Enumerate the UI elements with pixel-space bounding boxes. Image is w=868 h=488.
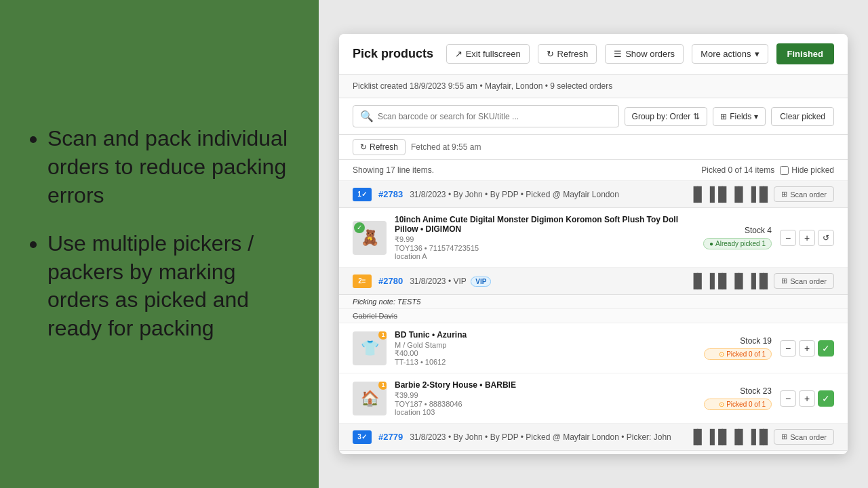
dot-icon: ● [709, 240, 713, 247]
barcode-icon-2: ▐▌▐▐▌▐▌▐▐▌ [688, 273, 771, 289]
product-img-2-2: 🏠 1 [353, 382, 387, 415]
qty-minus-1[interactable]: − [780, 230, 796, 246]
orders-list: 1✓ #2783 31/8/2023 • By John • By PDP • … [339, 181, 848, 454]
order-badge-2: 2≡ [353, 274, 372, 288]
hide-picked-toggle[interactable] [780, 166, 789, 175]
refresh-icon: ↻ [547, 49, 554, 59]
product-row-1: 🧸 ✓ 10inch Anime Cute Digital Monster Di… [339, 208, 848, 268]
search-icon: 🔍 [360, 110, 374, 123]
order-meta-3: 31/8/2023 • By John • By PDP • Picked @ … [410, 432, 682, 442]
qty-check-2-2[interactable]: ✓ [818, 390, 834, 407]
checkmark-icon: ✓ [822, 343, 830, 354]
qty-plus-1[interactable]: + [799, 230, 815, 246]
refresh-icon-small: ↻ [360, 142, 367, 152]
picking-note-row: Picking note: TEST5 [339, 295, 848, 309]
product-row-2-1: 👕 1 BD Tunic • Azurina M / Gold Stamp ₹4… [339, 323, 848, 373]
order-link-2[interactable]: #2780 [378, 276, 403, 286]
check-badge-1: ✓ [354, 222, 365, 233]
chevron-down-icon: ▾ [754, 112, 758, 121]
scan-icon-2: ⊞ [781, 277, 787, 285]
qty-check-2-1[interactable]: ✓ [818, 340, 834, 357]
fields-icon: ⊞ [720, 112, 727, 121]
order-badge-3: 3✓ [353, 430, 372, 444]
qty-refresh-1[interactable]: ↺ [818, 230, 834, 246]
scan-order-button-2[interactable]: ⊞ Scan order [774, 273, 834, 289]
product-location-1: location A [395, 252, 695, 260]
app-window: Pick products ↗ Exit fullscreen ↻ Refres… [339, 34, 848, 454]
barcode-icon-1: ▐▌▐▐▌▐▌▐▐▌ [688, 186, 771, 202]
picked-summary: Picked 0 of 14 items [701, 165, 774, 175]
clear-picked-button[interactable]: Clear picked [771, 107, 834, 126]
group-by-button[interactable]: Group by: Order ⇅ [625, 107, 708, 126]
picked-badge-2-2: ⊙ Picked 0 of 1 [704, 399, 772, 410]
picking-note: Picking note: TEST5 [353, 298, 420, 306]
finished-button[interactable]: Finished [776, 43, 834, 64]
showing-line-right: Picked 0 of 14 items Hide picked [701, 165, 834, 175]
product-details-2-2: Barbie 2-Story House • BARBIE ₹39.99 TOY… [395, 380, 696, 416]
hide-picked-label: Hide picked [791, 165, 834, 175]
picked-badge-2-1: ⊙ Picked 0 of 1 [704, 348, 772, 360]
right-panel: Pick products ↗ Exit fullscreen ↻ Refres… [319, 0, 868, 488]
qty-plus-2-1[interactable]: + [799, 340, 815, 357]
qty-plus-2-2[interactable]: + [799, 390, 815, 407]
stock-count-2-1: Stock 19 [704, 336, 772, 346]
fields-button[interactable]: ⊞ Fields ▾ [713, 107, 766, 126]
scan-icon-3: ⊞ [781, 432, 787, 441]
list-icon: ☰ [614, 49, 622, 59]
customer-row: Gabriel Davis [339, 309, 848, 323]
chevron-down-icon: ⇅ [693, 112, 700, 121]
exit-fullscreen-button[interactable]: ↗ Exit fullscreen [446, 44, 530, 64]
order-link-1[interactable]: #2783 [378, 189, 403, 199]
order-3-address: Main Street • 923 Ligula. St. • Herne • … [339, 451, 848, 454]
picklist-bar: Picklist created 18/9/2023 9:55 am • May… [339, 75, 848, 98]
refresh-button-header[interactable]: ↻ Refresh [538, 44, 597, 64]
stock-count-2-2: Stock 23 [704, 386, 772, 396]
qty-controls-1: − + ↺ [780, 230, 834, 246]
toolbar: 🔍 Group by: Order ⇅ ⊞ Fields ▾ Clear pic… [339, 98, 848, 135]
scan-order-button-3[interactable]: ⊞ Scan order [774, 429, 834, 445]
qty-minus-2-1[interactable]: − [780, 340, 796, 357]
showing-line: Showing 17 line items. Picked 0 of 14 it… [339, 160, 848, 181]
qty-minus-2-2[interactable]: − [780, 390, 796, 407]
order-link-3[interactable]: #2779 [378, 432, 403, 442]
fetched-text: Fetched at 9:55 am [411, 142, 481, 152]
product-price-2-1: ₹40.00 [395, 349, 696, 358]
checkmark-icon-2: ✓ [822, 393, 830, 404]
app-title: Pick products [353, 47, 438, 61]
product-row-2-2: 🏠 1 Barbie 2-Story House • BARBIE ₹39.99… [339, 373, 848, 424]
product-sku-1: TOY136 • 711574723515 [395, 244, 695, 252]
order-badge-1: 1✓ [353, 188, 372, 201]
bullet-item-2: Use multiple pickers / packers by markin… [47, 230, 292, 342]
product-name-2-1: BD Tunic • Azurina [395, 330, 696, 340]
stock-info-2-1: Stock 19 ⊙ Picked 0 of 1 [704, 336, 772, 360]
show-orders-button[interactable]: ☰ Show orders [605, 44, 684, 64]
search-box[interactable]: 🔍 [353, 105, 619, 127]
vip-badge: VIP [471, 277, 491, 287]
product-details-2-1: BD Tunic • Azurina M / Gold Stamp ₹40.00… [395, 330, 696, 366]
badge-dot-2-2: 1 [378, 382, 387, 390]
refresh-button-small[interactable]: ↻ Refresh [353, 139, 406, 155]
search-input[interactable] [378, 112, 612, 121]
product-name-1: 10inch Anime Cute Digital Monster Digimo… [395, 215, 695, 234]
hide-picked-checkbox[interactable]: Hide picked [780, 165, 834, 175]
order-header-row-3: 3✓ #2779 31/8/2023 • By John • By PDP • … [339, 424, 848, 451]
stock-count-1: Stock 4 [703, 226, 772, 235]
exit-fullscreen-icon: ↗ [455, 49, 462, 59]
more-actions-button[interactable]: More actions ▾ [692, 44, 768, 64]
bullet-item-1: Scan and pack individual orders to reduc… [47, 125, 292, 209]
status-bar: ↻ Refresh Fetched at 9:55 am [339, 135, 848, 160]
badge-dot-2-1: 1 [378, 331, 387, 340]
stock-info-1: Stock 4 ● Already picked 1 [703, 226, 772, 249]
product-variant-2-1: M / Gold Stamp [395, 341, 696, 349]
left-panel: Scan and pack individual orders to reduc… [0, 0, 319, 488]
showing-count: Showing 17 line items. [353, 165, 434, 175]
qty-controls-2-2: − + ✓ [780, 390, 834, 407]
product-details-1: 10inch Anime Cute Digital Monster Digimo… [395, 215, 695, 260]
product-price-2-2: ₹39.99 [395, 391, 696, 400]
app-header: Pick products ↗ Exit fullscreen ↻ Refres… [339, 34, 848, 75]
product-sku-2-1: TT-113 • 10612 [395, 358, 696, 366]
scan-order-button-1[interactable]: ⊞ Scan order [774, 186, 834, 202]
bullet-list: Scan and pack individual orders to reduc… [27, 125, 292, 363]
product-sku-2-2: TOY187 • 88838046 [395, 400, 696, 408]
product-img-1: 🧸 ✓ [353, 221, 387, 255]
